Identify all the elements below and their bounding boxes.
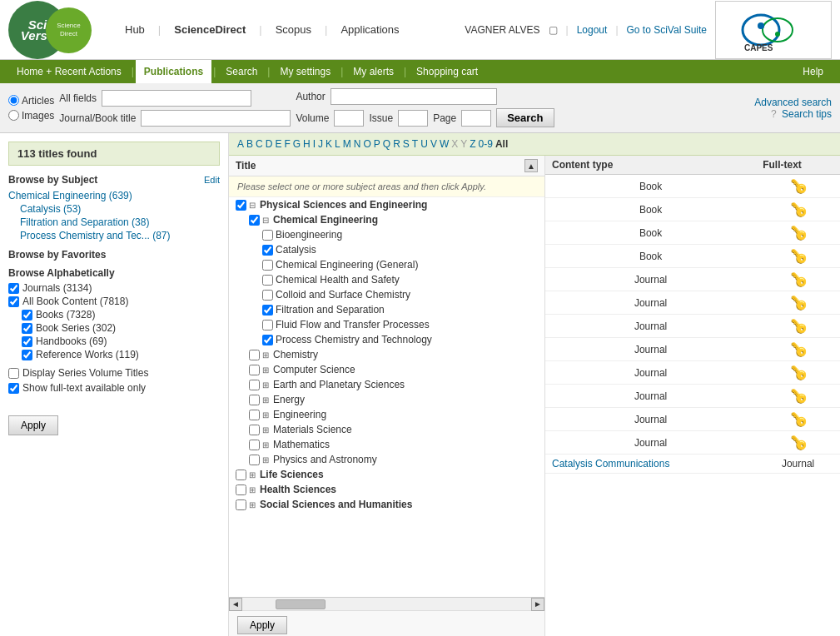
cb-chem-health-safety[interactable] xyxy=(262,275,273,286)
nav-myalerts[interactable]: My alerts xyxy=(345,60,402,83)
cb-fluid-flow[interactable] xyxy=(262,320,273,330)
cb-physics[interactable] xyxy=(249,455,260,465)
subject-process-chem[interactable]: Process Chemistry and Tec... (87) xyxy=(8,229,220,242)
cb-health-sciences[interactable] xyxy=(236,484,246,495)
cb-chemistry[interactable] xyxy=(249,350,260,360)
alpha-C[interactable]: C xyxy=(256,138,263,150)
alpha-H[interactable]: H xyxy=(303,138,311,150)
horizontal-scrollbar[interactable]: ◄ ► xyxy=(229,597,544,610)
subject-apply-button[interactable]: Apply xyxy=(237,616,287,634)
nav-search[interactable]: Search xyxy=(217,60,266,83)
alpha-K[interactable]: K xyxy=(326,138,332,150)
journal-input[interactable] xyxy=(141,110,291,127)
cb-chem-eng-general[interactable] xyxy=(262,260,273,271)
alpha-M[interactable]: M xyxy=(343,138,351,150)
author-input[interactable] xyxy=(331,88,497,105)
cb-filtration[interactable] xyxy=(262,305,273,316)
cb-computer-science[interactable] xyxy=(249,365,260,375)
cb-chemical-engineering[interactable] xyxy=(249,215,260,226)
nav-home[interactable]: Home + Recent Actions xyxy=(8,60,130,83)
toggle-life-sciences[interactable]: ⊞ xyxy=(249,470,257,479)
toggle-health-sciences[interactable]: ⊞ xyxy=(249,485,257,494)
all-fields-input[interactable] xyxy=(102,90,251,107)
browse-alpha-link[interactable]: Browse Alphabetically xyxy=(8,267,115,279)
cb-life-sciences[interactable] xyxy=(236,470,246,480)
edit-link[interactable]: Edit xyxy=(204,175,220,185)
alpha-T[interactable]: T xyxy=(412,138,418,150)
images-radio-label[interactable]: Images xyxy=(8,110,54,122)
toggle-materials[interactable]: ⊞ xyxy=(262,425,271,435)
alpha-U[interactable]: U xyxy=(420,138,428,150)
nav-hub[interactable]: Hub xyxy=(125,23,145,36)
display-series-checkbox[interactable] xyxy=(8,368,19,379)
toggle-chemical-engineering[interactable]: ⊟ xyxy=(262,216,271,225)
book-series-checkbox[interactable] xyxy=(22,323,32,334)
books-checkbox[interactable] xyxy=(22,310,32,320)
alpha-I[interactable]: I xyxy=(313,138,316,150)
toggle-social-sciences[interactable]: ⊞ xyxy=(249,500,257,509)
alpha-Z[interactable]: Z xyxy=(470,138,475,150)
scival-link[interactable]: Go to SciVal Suite xyxy=(627,24,708,36)
sidebar-apply-button[interactable]: Apply xyxy=(8,415,58,435)
alpha-W[interactable]: W xyxy=(440,138,449,150)
alpha-09[interactable]: 0-9 xyxy=(479,138,493,150)
alpha-V[interactable]: V xyxy=(430,138,437,150)
advanced-search-link[interactable]: Advanced search xyxy=(754,97,832,108)
alpha-L[interactable]: L xyxy=(335,138,340,150)
catalysis-communications-link[interactable]: Catalysis Communications xyxy=(552,458,669,470)
alpha-R[interactable]: R xyxy=(393,138,400,150)
cb-mathematics[interactable] xyxy=(249,440,260,450)
display-series-row[interactable]: Display Series Volume Titles xyxy=(8,367,220,379)
journals-row[interactable]: Journals (3134) xyxy=(8,282,220,294)
all-book-checkbox[interactable] xyxy=(8,296,19,307)
alpha-B[interactable]: B xyxy=(246,138,253,150)
alpha-A[interactable]: A xyxy=(237,138,244,150)
toggle-physical-sciences[interactable]: ⊟ xyxy=(249,201,257,210)
nav-mysettings[interactable]: My settings xyxy=(271,60,339,83)
images-radio[interactable] xyxy=(8,110,19,121)
search-button[interactable]: Search xyxy=(496,108,554,127)
reference-works-checkbox[interactable] xyxy=(22,350,32,360)
alpha-Q[interactable]: Q xyxy=(383,138,390,150)
cb-earth[interactable] xyxy=(249,380,260,390)
scroll-up-arrow[interactable]: ▲ xyxy=(524,159,538,172)
book-series-row[interactable]: Book Series (302) xyxy=(8,322,220,334)
journals-checkbox[interactable] xyxy=(8,283,19,294)
logout-link[interactable]: Logout xyxy=(577,24,608,36)
cb-colloid[interactable] xyxy=(262,290,273,301)
handbooks-checkbox[interactable] xyxy=(22,336,32,347)
articles-radio[interactable] xyxy=(8,95,19,106)
nav-applications[interactable]: Applications xyxy=(340,23,399,36)
alpha-G[interactable]: G xyxy=(293,138,301,150)
alpha-N[interactable]: N xyxy=(354,138,361,150)
nav-publications[interactable]: Publications xyxy=(136,60,211,83)
cb-engineering[interactable] xyxy=(249,410,260,420)
articles-radio-label[interactable]: Articles xyxy=(8,95,54,107)
toggle-energy[interactable]: ⊞ xyxy=(262,395,271,405)
cb-catalysis[interactable] xyxy=(262,245,273,256)
nav-scopus[interactable]: Scopus xyxy=(276,23,311,36)
cb-bioengineering[interactable] xyxy=(262,230,273,241)
toggle-mathematics[interactable]: ⊞ xyxy=(262,440,271,450)
alpha-F[interactable]: F xyxy=(284,138,290,150)
books-row[interactable]: Books (7328) xyxy=(8,309,220,320)
scroll-left-arrow[interactable]: ◄ xyxy=(229,598,242,611)
nav-shoppingcart[interactable]: Shopping cart xyxy=(408,60,486,83)
toggle-physics[interactable]: ⊞ xyxy=(262,455,271,465)
cb-social-sciences[interactable] xyxy=(236,499,246,510)
subject-scroll[interactable]: Please select one or more subject areas … xyxy=(229,176,544,597)
handbooks-row[interactable]: Handbooks (69) xyxy=(8,335,220,347)
scroll-right-arrow[interactable]: ► xyxy=(531,598,544,611)
help-link[interactable]: Help xyxy=(794,60,832,83)
all-book-row[interactable]: All Book Content (7818) xyxy=(8,296,220,307)
alpha-S[interactable]: S xyxy=(403,138,410,150)
show-fulltext-row[interactable]: Show full-text available only xyxy=(8,382,220,394)
subject-chemical-engineering[interactable]: Chemical Engineering (639) xyxy=(8,189,220,202)
toggle-chemistry[interactable]: ⊞ xyxy=(262,350,271,360)
cb-process-chem[interactable] xyxy=(262,335,273,345)
browse-favorites-link[interactable]: Browse by Favorites xyxy=(8,249,106,261)
alpha-O[interactable]: O xyxy=(363,138,370,150)
issue-input[interactable] xyxy=(398,110,428,127)
alpha-E[interactable]: E xyxy=(275,138,281,150)
toggle-earth[interactable]: ⊞ xyxy=(262,380,271,390)
